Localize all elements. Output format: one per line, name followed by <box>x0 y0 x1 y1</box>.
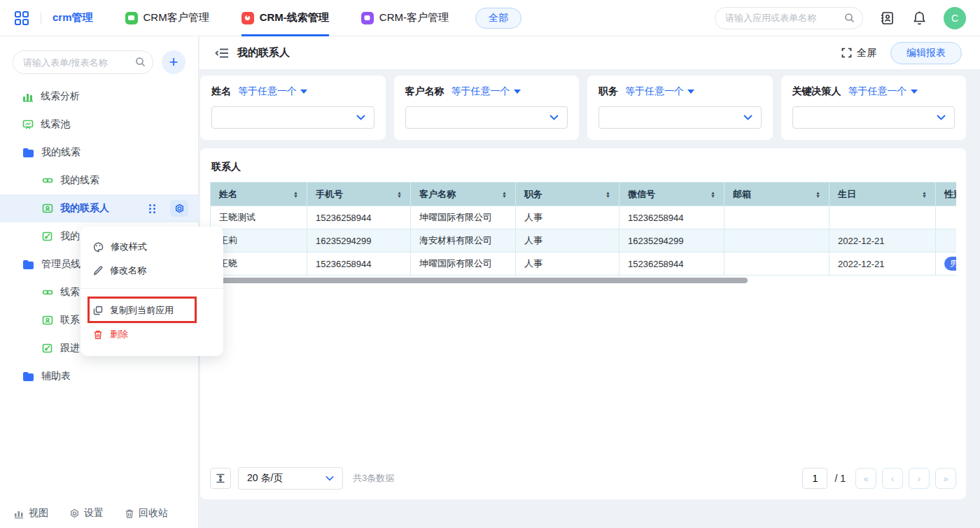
tab-label: CRM-线索管理 <box>260 11 329 24</box>
sidebar-item-lead-analysis[interactable]: 线索分析 <box>0 83 198 110</box>
settings-button[interactable]: 设置 <box>69 507 104 520</box>
tab-crm-leads[interactable]: CRM-线索管理 <box>241 0 329 36</box>
sidebar-folder-my-leads[interactable]: 我的线索 <box>0 138 198 166</box>
purple-app-icon <box>361 12 374 24</box>
global-search <box>715 7 863 29</box>
views-button[interactable]: 视图 <box>14 507 48 520</box>
collapse-menu-icon[interactable] <box>215 48 229 59</box>
sidebar-item-lead-pool[interactable]: 线索池 <box>0 110 198 138</box>
cell-job: 人事 <box>516 229 620 252</box>
filter-operator-dropdown[interactable]: 等于任意一个 <box>625 85 694 98</box>
recycle-bin-label: 回收站 <box>139 507 168 520</box>
row-height-button[interactable] <box>210 468 231 489</box>
sort-icon[interactable]: ▲▼ <box>293 191 298 198</box>
address-book-icon[interactable] <box>880 10 895 26</box>
menu-item-copy-to-app[interactable]: 复制到当前应用 <box>80 299 223 322</box>
cell-wechat: 15236258944 <box>620 252 724 276</box>
sidebar-item-label: 我的线索 <box>41 146 80 159</box>
filter-value-select[interactable] <box>792 106 955 129</box>
apps-grid-icon[interactable] <box>14 10 29 26</box>
sidebar-item-label: 联系 <box>60 314 80 327</box>
global-search-input[interactable] <box>715 7 863 29</box>
fullscreen-button[interactable]: 全屏 <box>841 47 876 59</box>
sidebar-search-input[interactable] <box>13 50 153 74</box>
page-number-input[interactable] <box>802 468 827 489</box>
filter-operator-label: 等于任意一个 <box>848 85 907 98</box>
chevron-down-icon <box>326 476 334 481</box>
palette-icon <box>93 242 104 252</box>
contact-card-icon <box>42 203 53 214</box>
cell-name: 王晓测试 <box>211 206 307 229</box>
menu-divider <box>80 288 223 289</box>
menu-item-rename[interactable]: 修改名称 <box>80 259 223 283</box>
add-form-button[interactable]: + <box>162 50 186 74</box>
filter-label: 姓名 <box>211 85 231 98</box>
cell-gender <box>936 229 957 252</box>
table-row[interactable]: 王晓测试 15236258944 坤曜国际有限公司 人事 15236258944 <box>211 206 957 229</box>
menu-item-modify-style[interactable]: 修改样式 <box>80 235 223 259</box>
all-apps-pill[interactable]: 全部 <box>475 8 522 29</box>
form-edit-icon <box>42 343 53 354</box>
sidebar-item-label: 我的联系人 <box>60 202 109 215</box>
cell-job: 人事 <box>516 206 620 229</box>
column-header: 邮箱 <box>733 188 751 201</box>
filter-value-select[interactable] <box>598 106 762 129</box>
filter-operator-dropdown[interactable]: 等于任意一个 <box>238 85 307 98</box>
sidebar-item-label: 跟进 <box>60 342 80 355</box>
folder-icon <box>22 371 34 382</box>
notification-bell-icon[interactable] <box>912 10 927 26</box>
sort-icon[interactable]: ▲▼ <box>816 191 820 198</box>
column-header: 生日 <box>838 188 856 201</box>
menu-item-delete[interactable]: 删除 <box>80 322 223 346</box>
filter-operator-dropdown[interactable]: 等于任意一个 <box>848 85 918 98</box>
sort-icon[interactable]: ▲▼ <box>606 191 610 198</box>
page-size-select[interactable]: 20 条/页 <box>238 467 343 490</box>
tab-crm-customer2[interactable]: CRM-客户管理 <box>361 0 449 36</box>
menu-item-label: 删除 <box>110 328 128 341</box>
horizontal-scrollbar <box>210 278 956 283</box>
caret-down-icon <box>300 90 307 94</box>
red-app-icon <box>241 12 254 24</box>
filter-value-select[interactable] <box>211 106 374 129</box>
first-page-button[interactable]: « <box>855 468 876 489</box>
trash-icon <box>93 329 103 340</box>
horizontal-scrollbar-thumb[interactable] <box>210 278 748 283</box>
sort-icon[interactable]: ▲▼ <box>397 191 402 198</box>
table-header-row: 姓名▲▼ 手机号▲▼ 客户名称▲▼ 职务▲▼ 微信号▲▼ 邮箱▲▼ 生日▲▼ 性… <box>211 183 957 206</box>
app-name-link[interactable]: crm管理 <box>52 11 93 24</box>
page-size-value: 20 条/页 <box>247 472 283 485</box>
tab-crm-customer[interactable]: CRM客户管理 <box>125 0 209 36</box>
drag-handle-icon[interactable] <box>149 204 156 213</box>
sidebar-folder-auxiliary[interactable]: 辅助表 <box>0 362 198 390</box>
prev-page-button[interactable]: ‹ <box>882 468 903 489</box>
edit-report-button[interactable]: 编辑报表 <box>890 42 962 64</box>
dashboard-icon <box>22 119 34 130</box>
filter-operator-label: 等于任意一个 <box>238 85 297 98</box>
menu-item-label: 复制到当前应用 <box>110 304 174 317</box>
last-page-button[interactable]: » <box>935 468 956 489</box>
table-row[interactable]: 王晓 15236258944 坤曜国际有限公司 人事 15236258944 2… <box>211 252 957 276</box>
copy-icon <box>93 306 103 315</box>
table-row[interactable]: 王莉 16235294299 海安材料有限公司 人事 16235294299 2… <box>211 229 957 252</box>
item-settings-gear-icon[interactable] <box>170 200 188 217</box>
sidebar-item-label: 线索 <box>60 286 80 299</box>
sidebar-item-label: 我的 <box>60 230 80 243</box>
next-page-button[interactable]: › <box>909 468 930 489</box>
form-edit-icon <box>42 231 53 242</box>
sidebar-item-my-leads[interactable]: 我的线索 <box>0 166 198 194</box>
filter-card-customer: 客户名称 等于任意一个 <box>394 76 580 140</box>
user-avatar[interactable]: C <box>944 7 966 29</box>
sidebar-item-my-contacts[interactable]: 我的联系人 <box>0 194 198 222</box>
filter-value-select[interactable] <box>405 106 568 129</box>
contact-card-icon <box>42 315 53 326</box>
sort-icon[interactable]: ▲▼ <box>710 191 715 198</box>
caret-down-icon <box>687 90 694 94</box>
sort-icon[interactable]: ▲▼ <box>502 191 507 198</box>
filter-label: 关键决策人 <box>792 85 841 98</box>
page-title: 我的联系人 <box>237 46 290 59</box>
sort-icon[interactable]: ▲▼ <box>922 191 927 198</box>
total-pages-text: / 1 <box>834 473 846 484</box>
cell-email <box>724 206 830 229</box>
filter-operator-dropdown[interactable]: 等于任意一个 <box>451 85 521 98</box>
recycle-bin-button[interactable]: 回收站 <box>125 507 168 520</box>
